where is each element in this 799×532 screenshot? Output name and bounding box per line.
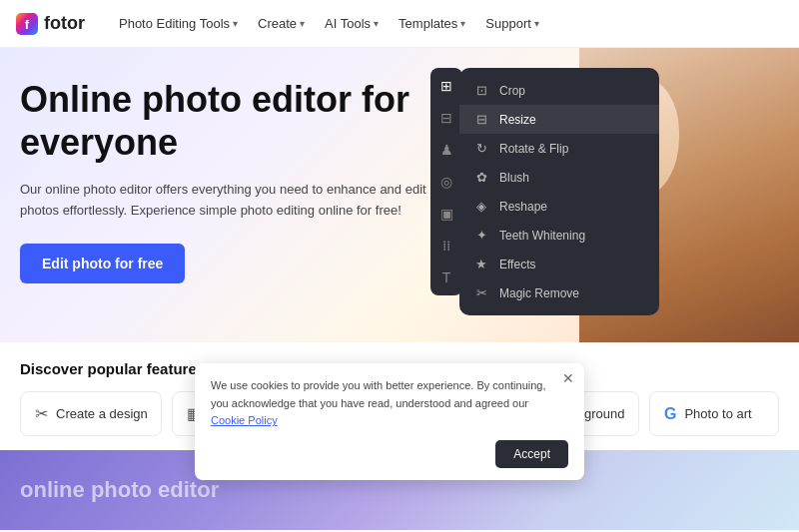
navbar: f fotor Photo Editing Tools ▾ Create ▾ A… xyxy=(0,0,799,48)
nav-support[interactable]: Support ▾ xyxy=(475,0,549,48)
panel-resize[interactable]: ⊟ Resize xyxy=(459,105,659,134)
hero-description: Our online photo editor offers everythin… xyxy=(20,180,439,222)
panel-magic-remove[interactable]: ✂ Magic Remove xyxy=(459,278,659,307)
nav-create[interactable]: Create ▾ xyxy=(248,0,315,48)
editor-sidebar: ⊞ ⊟ ♟ ◎ ▣ ⁞⁞ T xyxy=(430,68,462,295)
chevron-down-icon: ▾ xyxy=(300,18,305,29)
feature-photo-to-art[interactable]: G Photo to art xyxy=(649,391,779,436)
hero-section: Online photo editor for everyone Our onl… xyxy=(0,48,799,342)
sidebar-eye-icon[interactable]: ◎ xyxy=(436,170,456,194)
resize-icon: ⊟ xyxy=(473,112,489,127)
hero-content: Online photo editor for everyone Our onl… xyxy=(20,78,499,283)
panel-crop[interactable]: ⊡ Crop xyxy=(459,76,659,105)
sidebar-sliders-icon[interactable]: ⊟ xyxy=(436,106,456,130)
chevron-down-icon: ▾ xyxy=(534,18,539,29)
teeth-icon: ✦ xyxy=(473,228,489,243)
effects-icon: ★ xyxy=(473,257,489,271)
feature-create-design[interactable]: ✂ Create a design xyxy=(20,391,162,436)
chevron-down-icon: ▾ xyxy=(374,18,379,29)
panel-effects[interactable]: ★ Effects xyxy=(459,250,659,278)
panel-blush[interactable]: ✿ Blush xyxy=(459,163,659,192)
sidebar-person-icon[interactable]: ♟ xyxy=(436,138,457,162)
sidebar-square-icon[interactable]: ▣ xyxy=(436,202,457,226)
cookie-banner: ✕ We use cookies to provide you with bet… xyxy=(195,363,584,480)
cookie-text: We use cookies to provide you with bette… xyxy=(211,377,568,430)
rotate-icon: ↻ xyxy=(473,141,489,156)
edit-photo-button[interactable]: Edit photo for free xyxy=(20,244,185,283)
blush-icon: ✿ xyxy=(473,170,489,185)
nav-templates[interactable]: Templates ▾ xyxy=(389,0,475,48)
reshape-icon: ◈ xyxy=(473,199,489,214)
editor-panel: ⊡ Crop ⊟ Resize ↻ Rotate & Flip ✿ Blush … xyxy=(459,68,659,315)
panel-rotate-flip[interactable]: ↻ Rotate & Flip xyxy=(459,134,659,163)
hero-title: Online photo editor for everyone xyxy=(20,78,499,164)
nav-photo-editing-tools[interactable]: Photo Editing Tools ▾ xyxy=(109,0,248,48)
cookie-policy-link[interactable]: Cookie Policy xyxy=(211,414,278,426)
logo[interactable]: f fotor xyxy=(16,13,85,35)
magic-remove-icon: ✂ xyxy=(473,285,489,300)
panel-reshape[interactable]: ◈ Reshape xyxy=(459,192,659,221)
sidebar-dots-icon[interactable]: ⁞⁞ xyxy=(438,234,454,258)
cookie-close-button[interactable]: ✕ xyxy=(562,371,574,385)
create-design-icon: ✂ xyxy=(35,404,48,423)
crop-icon: ⊡ xyxy=(473,83,489,98)
nav-ai-tools[interactable]: AI Tools ▾ xyxy=(315,0,389,48)
cookie-footer: Accept xyxy=(211,440,568,468)
photo-art-icon: G xyxy=(664,405,676,423)
bottom-banner-text: online photo editor xyxy=(20,477,219,503)
chevron-down-icon: ▾ xyxy=(460,18,465,29)
sidebar-grid-icon[interactable]: ⊞ xyxy=(436,74,456,98)
chevron-down-icon: ▾ xyxy=(233,18,238,29)
svg-text:f: f xyxy=(25,17,30,32)
cookie-accept-button[interactable]: Accept xyxy=(495,440,568,468)
panel-teeth-whitening[interactable]: ✦ Teeth Whitening xyxy=(459,221,659,250)
brand-name: fotor xyxy=(44,13,85,34)
fotor-logo-icon: f xyxy=(16,13,38,35)
sidebar-text-icon[interactable]: T xyxy=(438,266,455,289)
